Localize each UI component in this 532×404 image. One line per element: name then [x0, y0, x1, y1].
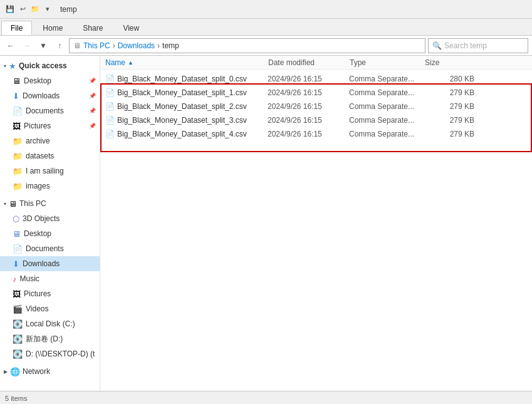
quick-access-header[interactable]: ▾ ★ Quick access: [0, 58, 100, 73]
sidebar-item-videos[interactable]: 🎬 Videos: [0, 301, 100, 316]
sidebar-item-desktop[interactable]: 🖥 Desktop 📌: [0, 73, 100, 88]
sidebar-item-iamsailing[interactable]: 📁 I am sailing: [0, 163, 100, 179]
table-row[interactable]: 📄 Big_Black_Money_Dataset_split_2.csv 20…: [100, 100, 532, 113]
csv-file-icon: 📄: [105, 116, 115, 125]
documents2-icon: 📄: [13, 244, 23, 254]
file-size-4: 279 KB: [424, 130, 474, 138]
this-pc-expand-icon: ▾: [4, 201, 6, 207]
file-name-3: Big_Black_Money_Dataset_split_3.csv: [117, 116, 268, 125]
file-list: 📄 Big_Black_Money_Dataset_split_0.csv 20…: [100, 70, 532, 143]
sidebar-item-archive[interactable]: 📁 archive: [0, 133, 100, 148]
sidebar-item-archive-label: archive: [26, 137, 50, 145]
file-type-4: Comma Separate...: [349, 130, 424, 138]
table-row[interactable]: 📄 Big_Black_Money_Dataset_split_0.csv 20…: [100, 72, 532, 86]
col-name-label: Name: [105, 58, 125, 67]
up-button[interactable]: ↑: [53, 39, 66, 53]
window-title: temp: [60, 5, 77, 14]
sidebar-item-music-label: Music: [20, 274, 39, 283]
sidebar-item-disk-d-label: 新加卷 (D:): [26, 334, 63, 344]
file-name-2: Big_Black_Money_Dataset_split_2.csv: [117, 102, 268, 111]
address-bar-area: ← → ▼ ↑ 🖥 This PC › Downloads › temp 🔍 S…: [0, 36, 532, 56]
col-date-header[interactable]: Date modified: [268, 58, 350, 67]
sidebar-item-3d[interactable]: ⬡ 3D Objects: [0, 211, 100, 226]
sidebar-item-desktop2[interactable]: 🖥 Desktop: [0, 226, 100, 241]
undo-icon[interactable]: ↩: [18, 4, 28, 14]
network-header[interactable]: ▶ 🌐 Network: [0, 364, 100, 379]
recent-button[interactable]: ▼: [36, 39, 50, 53]
table-row[interactable]: 📄 Big_Black_Money_Dataset_split_4.csv 20…: [100, 127, 532, 141]
disk-d2-icon: 💽: [13, 350, 23, 359]
table-row[interactable]: 📄 Big_Black_Money_Dataset_split_3.csv 20…: [100, 113, 532, 127]
dropdown-arrow-icon[interactable]: ▾: [43, 4, 53, 14]
forward-button[interactable]: →: [20, 39, 34, 53]
tab-home[interactable]: Home: [33, 21, 72, 35]
col-size-header[interactable]: Size: [425, 58, 475, 67]
column-headers: Name ▲ Date modified Type Size: [100, 56, 532, 70]
sidebar-item-datasets[interactable]: 📁 datasets: [0, 148, 100, 163]
ribbon-tabs: File Home Share View: [0, 19, 532, 35]
sidebar-item-documents2[interactable]: 📄 Documents: [0, 241, 100, 256]
tab-file[interactable]: File: [1, 21, 32, 35]
sidebar-item-documents[interactable]: 📄 Documents 📌: [0, 103, 100, 118]
tab-view[interactable]: View: [113, 21, 149, 35]
sidebar-item-images[interactable]: 📁 images: [0, 179, 100, 194]
tab-share[interactable]: Share: [73, 21, 112, 35]
breadcrumb-this-pc[interactable]: This PC: [83, 41, 110, 50]
breadcrumb-temp: temp: [162, 41, 179, 50]
file-name-4: Big_Black_Money_Dataset_split_4.csv: [117, 130, 268, 138]
file-type-1: Comma Separate...: [349, 88, 424, 97]
sidebar-item-downloads2-label: Downloads: [23, 259, 60, 268]
csv-file-icon: 📄: [105, 130, 115, 138]
sidebar-item-disk-d[interactable]: 💽 新加卷 (D:): [0, 331, 100, 346]
folder-datasets-icon: 📁: [13, 152, 23, 161]
sidebar-item-pictures2[interactable]: 🖼 Pictures: [0, 286, 100, 301]
local-disk-icon: 💽: [13, 319, 23, 329]
search-icon: 🔍: [432, 41, 442, 50]
file-size-1: 279 KB: [424, 88, 474, 97]
this-pc-label: This PC: [19, 199, 46, 208]
network-label: Network: [23, 367, 50, 376]
sidebar: ▾ ★ Quick access 🖥 Desktop 📌 ⬇ Downloads…: [0, 56, 100, 391]
videos-icon: 🎬: [13, 304, 23, 314]
this-pc-icon: 🖥: [9, 199, 17, 209]
sidebar-item-videos-label: Videos: [26, 304, 48, 313]
folder-images-icon: 📁: [13, 182, 23, 191]
save-icon[interactable]: 💾: [5, 4, 15, 14]
search-placeholder: Search temp: [444, 41, 487, 50]
search-box[interactable]: 🔍 Search temp: [428, 38, 528, 53]
col-type-header[interactable]: Type: [350, 58, 425, 67]
breadcrumb-sep-2: ›: [157, 41, 160, 50]
ribbon: File Home Share View: [0, 19, 532, 36]
network-icon: 🌐: [10, 367, 20, 376]
file-date-0: 2024/9/26 16:15: [268, 75, 349, 83]
sidebar-item-sailing-label: I am sailing: [26, 167, 64, 175]
file-date-3: 2024/9/26 16:15: [268, 116, 349, 125]
content-area: Name ▲ Date modified Type Size 📄 Big_Bla…: [100, 56, 532, 391]
folder-archive-icon: 📁: [13, 137, 23, 146]
pin-icon: 📌: [89, 78, 96, 84]
desktop2-icon: 🖥: [13, 229, 21, 239]
address-bar[interactable]: 🖥 This PC › Downloads › temp: [69, 38, 425, 53]
network-section: ▶ 🌐 Network: [0, 364, 100, 379]
3d-objects-icon: ⬡: [13, 214, 19, 224]
sidebar-item-pictures[interactable]: 🖼 Pictures 📌: [0, 118, 100, 133]
breadcrumb-sep-1: ›: [113, 41, 115, 50]
quick-access-expand-icon: ▾: [4, 63, 6, 69]
network-expand-icon: ▶: [4, 369, 8, 375]
sidebar-item-downloads2[interactable]: ⬇ Downloads: [0, 256, 100, 271]
table-row[interactable]: 📄 Big_Black_Money_Dataset_split_1.csv 20…: [100, 86, 532, 100]
sidebar-item-pictures2-label: Pictures: [24, 289, 51, 298]
sidebar-item-local-disk[interactable]: 💽 Local Disk (C:): [0, 316, 100, 331]
music-icon: ♪: [13, 274, 17, 284]
downloads2-icon: ⬇: [13, 259, 19, 269]
folder-icon[interactable]: 📁: [30, 4, 40, 14]
sidebar-item-disk-d2[interactable]: 💽 D: (\\DESKTOP-D) (t: [0, 346, 100, 361]
breadcrumb-downloads[interactable]: Downloads: [118, 41, 155, 50]
col-name-header[interactable]: Name ▲: [105, 58, 268, 67]
sidebar-item-downloads[interactable]: ⬇ Downloads 📌: [0, 88, 100, 103]
documents-icon: 📄: [13, 106, 23, 116]
this-pc-header[interactable]: ▾ 🖥 This PC: [0, 196, 100, 211]
csv-file-icon: 📄: [105, 75, 115, 83]
back-button[interactable]: ←: [4, 39, 18, 53]
sidebar-item-music[interactable]: ♪ Music: [0, 271, 100, 286]
